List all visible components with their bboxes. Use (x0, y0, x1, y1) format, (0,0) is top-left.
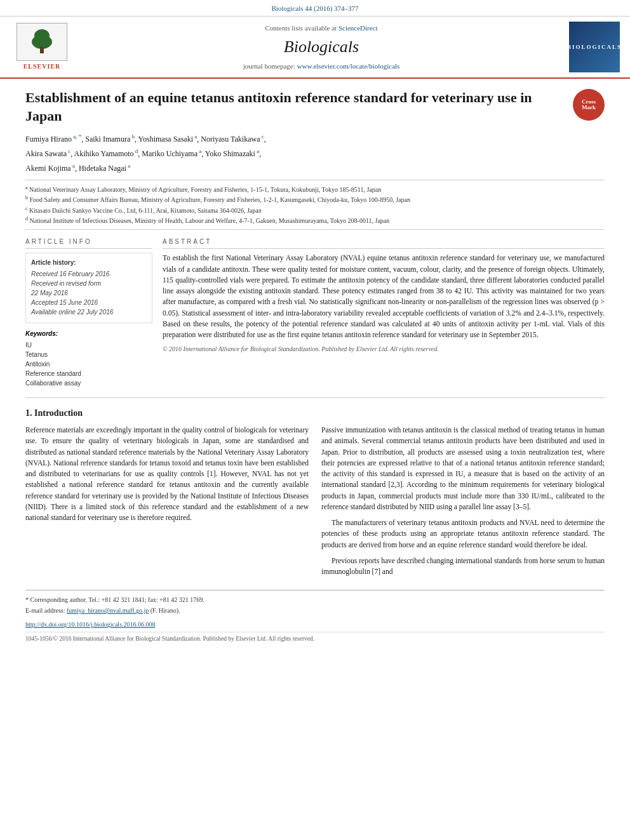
abstract-header: ABSTRACT (163, 237, 605, 249)
article-info-col: ARTICLE INFO Article history: Received 1… (25, 237, 152, 389)
keywords-box: Keywords: IU Tetanus Antitoxin Reference… (25, 330, 152, 388)
main-content: Establishment of an equine tetanus antit… (0, 79, 630, 656)
keyword-refstandard: Reference standard (25, 370, 152, 378)
email-label: E-mail address: (25, 607, 67, 614)
author-mariko: Mariko Uchiyama (142, 149, 198, 158)
science-direct-label: Contents lists available at ScienceDirec… (74, 23, 569, 33)
citation-text: Biologicals 44 (2016) 374–377 (271, 4, 358, 12)
received-revised-label: Received in revised form (31, 279, 147, 288)
affiliation-b: b Food Safety and Consumer Affairs Burea… (25, 194, 605, 204)
intro-left-col: Reference materials are exceedingly impo… (25, 425, 309, 582)
article-title: Establishment of an equine tetanus antit… (25, 90, 532, 124)
journal-title: Biologicals (74, 36, 569, 58)
received-date: Received 16 February 2016 (31, 270, 147, 279)
author-noriyasu: Noriyasu Takikawa (201, 135, 260, 143)
elsevier-label: ELSEVIER (23, 62, 61, 71)
footnotes: * Corresponding author. Tel.: +81 42 321… (25, 590, 605, 615)
email-parens: (F. Hirano). (151, 607, 180, 614)
intro-right-para-3: Previous reports have described changing… (321, 556, 605, 578)
journal-homepage-link[interactable]: www.elsevier.com/locate/biologicals (297, 62, 400, 70)
author-fumiya-sup: a, * (72, 133, 81, 140)
aff-a-sup: a (25, 185, 28, 190)
author-noriyasu-sup: c (260, 133, 264, 140)
author-yoko-sup: a (255, 148, 259, 154)
article-title-area: Establishment of an equine tetanus antit… (25, 89, 605, 125)
science-direct-link[interactable]: ScienceDirect (338, 24, 378, 32)
journal-header: ELSEVIER Contents lists available at Sci… (0, 17, 630, 79)
keywords-label: Keywords: (25, 330, 152, 338)
keyword-antitoxin: Antitoxin (25, 360, 152, 369)
abstract-col: ABSTRACT To establish the first National… (163, 237, 605, 389)
available-online-date: Available online 22 July 2016 (31, 308, 147, 317)
author-mariko-sup: a (198, 148, 201, 154)
intro-section-number: 1. (25, 408, 32, 418)
aff-b-text: Food Safety and Consumer Affairs Bureau,… (30, 197, 410, 204)
author-yoshimasa: Yoshimasa Sasaki (138, 135, 193, 143)
author-akihiko: Akihiko Yamamoto (74, 149, 134, 158)
journal-homepage: journal homepage: www.elsevier.com/locat… (74, 62, 569, 71)
affiliation-d: d National Institute of Infectious Disea… (25, 215, 605, 225)
accepted-date: Accepted 15 June 2016 (31, 298, 147, 307)
affiliation-c: c Kitasato Daiichi Sankyo Vaccine Co., L… (25, 205, 605, 215)
abstract-copyright: © 2016 International Alliance for Biolog… (163, 344, 605, 354)
author-akira-sup: c (67, 148, 70, 154)
intro-right-col: Passive immunization with tetanus antito… (321, 425, 605, 582)
intro-right-para-1: Passive immunization with tetanus antito… (321, 425, 605, 512)
authors-line-2: Akira Sawata c, Akihiko Yamamoto d, Mari… (25, 147, 605, 160)
author-akemi: Akemi Kojima (25, 164, 71, 173)
author-akemi-sup: a (71, 163, 75, 169)
aff-d-sup: d (25, 216, 28, 222)
intro-title: 1. Introduction (25, 407, 605, 420)
abstract-paragraph: To establish the first National Veterina… (163, 253, 605, 340)
affiliation-a: a National Veterinary Assay Laboratory, … (25, 184, 605, 194)
introduction-section: 1. Introduction Reference materials are … (25, 407, 605, 582)
authors-line-3: Akemi Kojima a, Hidetaka Nagai a (25, 161, 605, 175)
bottom-copyright: 1045-1056/© 2016 International Alliance … (25, 632, 605, 643)
keyword-iu: IU (25, 341, 152, 350)
keyword-tetanus: Tetanus (25, 350, 152, 359)
svg-point-1 (32, 35, 52, 49)
email-address: E-mail address: fumiya_hirano@nval.maff.… (25, 606, 605, 615)
author-akira: Akira Sawata (25, 149, 67, 158)
biologicals-logo: BIOLOGICALS (569, 22, 620, 72)
authors-line: Fumiya Hirano a, *, Saiki Imamura b, Yos… (25, 132, 605, 145)
intro-section-title: Introduction (34, 408, 83, 418)
corresponding-author: * Corresponding author. Tel.: +81 42 321… (25, 596, 605, 604)
crossmark-label: CrossMark (582, 99, 596, 112)
aff-a-text: National Veterinary Assay Laboratory, Mi… (29, 186, 381, 193)
biologicals-logo-text: BIOLOGICALS (567, 43, 622, 51)
citation-bar: Biologicals 44 (2016) 374–377 (0, 0, 630, 17)
email-link[interactable]: fumiya_hirano@nval.maff.go.jp (67, 607, 149, 614)
intro-right-para-2: The manufacturers of veterinary tetanus … (321, 517, 605, 550)
article-history-box: Article history: Received 16 February 20… (25, 253, 152, 323)
abstract-text: To establish the first National Veterina… (163, 253, 605, 354)
journal-info-center: Contents lists available at ScienceDirec… (74, 23, 569, 71)
intro-text-cols: Reference materials are exceedingly impo… (25, 425, 605, 582)
doi-link[interactable]: http://dx.doi.org/10.1016/j.biologicals.… (25, 620, 605, 629)
elsevier-tree-image (17, 23, 67, 61)
author-fumiya: Fumiya Hirano (25, 135, 72, 143)
section-divider (25, 397, 605, 398)
author-hidetaka: Hidetaka Nagai (79, 164, 126, 173)
aff-d-text: National Institute of Infectious Disease… (30, 217, 390, 224)
aff-b-sup: b (25, 195, 28, 201)
aff-c-text: Kitasato Daiichi Sankyo Vaccine Co., Ltd… (29, 207, 262, 214)
crossmark-badge: CrossMark (573, 89, 605, 121)
intro-left-para: Reference materials are exceedingly impo… (25, 425, 309, 523)
article-history-label: Article history: (31, 258, 147, 267)
svg-rect-2 (40, 47, 44, 53)
keyword-collab: Collaborative assay (25, 379, 152, 388)
revised-date: 22 May 2016 (31, 289, 147, 298)
elsevier-logo-area: ELSEVIER (10, 23, 74, 71)
author-yoko: Yoko Shimazaki (205, 149, 255, 158)
author-yoshimasa-sup: a (193, 133, 197, 140)
author-akihiko-sup: d (134, 148, 138, 154)
affiliations: a National Veterinary Assay Laboratory, … (25, 180, 605, 230)
article-info-abstract-cols: ARTICLE INFO Article history: Received 1… (25, 237, 605, 389)
article-info-header: ARTICLE INFO (25, 237, 152, 249)
aff-c-sup: c (25, 206, 28, 211)
author-saiki: Saiki Imamura (85, 135, 130, 143)
author-hidetaka-sup: a (126, 163, 130, 169)
author-saiki-sup: b (130, 133, 135, 140)
